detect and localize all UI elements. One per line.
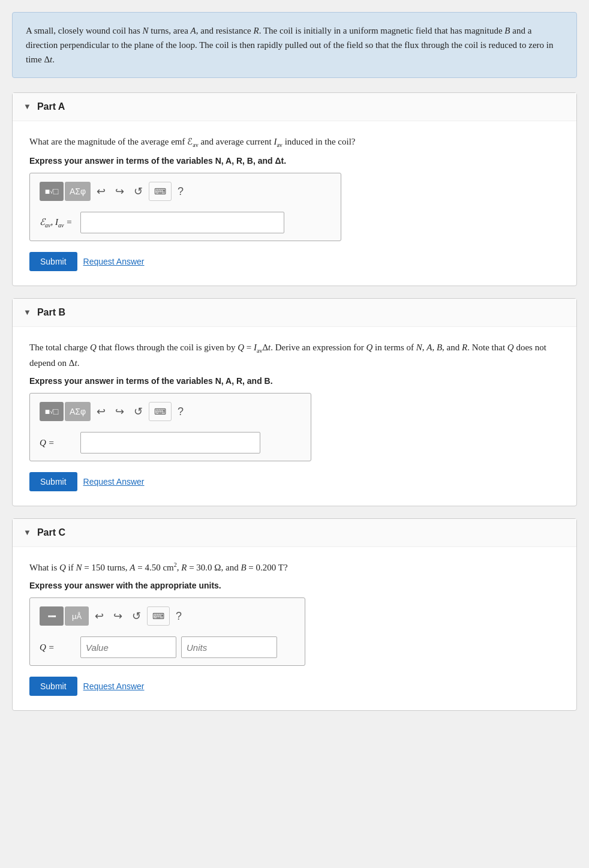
part-c-units-input[interactable] xyxy=(181,636,277,658)
part-b-title: Part B xyxy=(37,307,65,318)
part-c-collapse-icon: ▼ xyxy=(23,528,31,537)
part-b-toolbar-group: ■√□ ΑΣφ xyxy=(40,402,91,421)
part-c-request-btn[interactable]: Request Answer xyxy=(83,681,145,691)
part-c-section: ▼ Part C What is Q if N = 150 turns, A =… xyxy=(12,518,577,711)
part-b-answer-label: Q = xyxy=(40,438,76,448)
part-b-express: Express your answer in terms of the vari… xyxy=(29,376,560,386)
part-b-matrix-btn[interactable]: ■√□ xyxy=(40,402,64,421)
part-a-keyboard-btn[interactable]: ⌨ xyxy=(149,182,172,201)
part-a-redo-btn[interactable]: ↪ xyxy=(112,182,128,201)
part-a-help-btn[interactable]: ? xyxy=(174,182,187,201)
part-b-help-btn[interactable]: ? xyxy=(174,402,187,421)
part-c-question: What is Q if N = 150 turns, A = 4.50 cm2… xyxy=(29,560,560,575)
problem-statement: A small, closely wound coil has N turns,… xyxy=(12,12,577,78)
part-c-header[interactable]: ▼ Part C xyxy=(13,519,576,547)
part-c-title: Part C xyxy=(37,527,65,538)
part-a-collapse-icon: ▼ xyxy=(23,102,31,112)
part-a-title: Part A xyxy=(37,101,65,112)
part-a-body: What are the magnitude of the average em… xyxy=(13,121,576,286)
part-a-refresh-btn[interactable]: ↺ xyxy=(130,182,146,201)
part-c-actions: Submit Request Answer xyxy=(29,668,560,696)
part-c-undo-btn[interactable]: ↩ xyxy=(91,606,107,626)
part-c-answer-row: Q = xyxy=(35,634,300,660)
part-c-body: What is Q if N = 150 turns, A = 4.50 cm2… xyxy=(13,547,576,710)
part-a-actions: Submit Request Answer xyxy=(29,244,560,271)
part-c-submit-btn[interactable]: Submit xyxy=(29,677,77,696)
part-b-header[interactable]: ▼ Part B xyxy=(13,299,576,327)
part-a-toolbar: ■√□ ΑΣφ ↩ ↪ ↺ ⌨ ? xyxy=(35,178,336,205)
part-b-undo-btn[interactable]: ↩ xyxy=(93,402,109,421)
part-a-express: Express your answer in terms of the vari… xyxy=(29,156,560,166)
problem-text: A small, closely wound coil has N turns,… xyxy=(26,26,553,64)
part-b-redo-btn[interactable]: ↪ xyxy=(112,402,128,421)
part-c-units-btn[interactable]: μÅ xyxy=(65,606,89,626)
part-c-answer-label: Q = xyxy=(40,642,76,653)
part-c-value-input[interactable] xyxy=(80,636,176,658)
part-b-collapse-icon: ▼ xyxy=(23,308,31,317)
part-a-answer-label: ℰav, Iav = xyxy=(40,217,76,229)
part-c-toolbar-group: ▪▪▪▪ μÅ xyxy=(40,606,89,626)
part-b-toolbar: ■√□ ΑΣφ ↩ ↪ ↺ ⌨ ? xyxy=(35,398,306,425)
part-b-answer-row: Q = xyxy=(35,430,306,456)
part-b-section: ▼ Part B The total charge Q that flows t… xyxy=(12,298,577,506)
part-b-actions: Submit Request Answer xyxy=(29,464,560,491)
part-a-answer-input[interactable] xyxy=(80,212,284,233)
part-c-refresh-btn[interactable]: ↺ xyxy=(128,606,145,626)
part-c-input-box: ▪▪▪▪ μÅ ↩ ↪ ↺ ⌨ ? Q = xyxy=(29,597,305,666)
part-b-body: The total charge Q that flows through th… xyxy=(13,327,576,506)
part-b-question: The total charge Q that flows through th… xyxy=(29,340,560,370)
part-a-submit-btn[interactable]: Submit xyxy=(29,252,77,271)
part-c-redo-btn[interactable]: ↪ xyxy=(110,606,126,626)
part-c-express: Express your answer with the appropriate… xyxy=(29,581,560,590)
part-c-toolbar: ▪▪▪▪ μÅ ↩ ↪ ↺ ⌨ ? xyxy=(35,603,300,629)
part-a-undo-btn[interactable]: ↩ xyxy=(93,182,109,201)
part-c-matrix-btn[interactable]: ▪▪▪▪ xyxy=(40,606,64,626)
part-b-answer-input[interactable] xyxy=(80,432,260,453)
part-c-help-btn[interactable]: ? xyxy=(172,606,185,626)
part-b-keyboard-btn[interactable]: ⌨ xyxy=(149,402,172,421)
part-a-request-btn[interactable]: Request Answer xyxy=(83,257,145,266)
part-b-refresh-btn[interactable]: ↺ xyxy=(130,402,146,421)
part-b-input-box: ■√□ ΑΣφ ↩ ↪ ↺ ⌨ ? Q = xyxy=(29,393,311,461)
part-b-submit-btn[interactable]: Submit xyxy=(29,472,77,491)
part-c-keyboard-btn[interactable]: ⌨ xyxy=(147,606,170,626)
part-a-symbol-btn[interactable]: ΑΣφ xyxy=(65,182,91,201)
part-b-symbol-btn[interactable]: ΑΣφ xyxy=(65,402,91,421)
part-a-question: What are the magnitude of the average em… xyxy=(29,134,560,150)
part-a-input-box: ■√□ ΑΣφ ↩ ↪ ↺ ⌨ ? ℰav, Iav = xyxy=(29,173,341,241)
part-a-header[interactable]: ▼ Part A xyxy=(13,93,576,121)
part-a-matrix-btn[interactable]: ■√□ xyxy=(40,182,64,201)
part-a-section: ▼ Part A What are the magnitude of the a… xyxy=(12,92,577,286)
part-a-answer-row: ℰav, Iav = xyxy=(35,209,336,236)
part-a-toolbar-group: ■√□ ΑΣφ xyxy=(40,182,91,201)
part-b-request-btn[interactable]: Request Answer xyxy=(83,477,145,486)
